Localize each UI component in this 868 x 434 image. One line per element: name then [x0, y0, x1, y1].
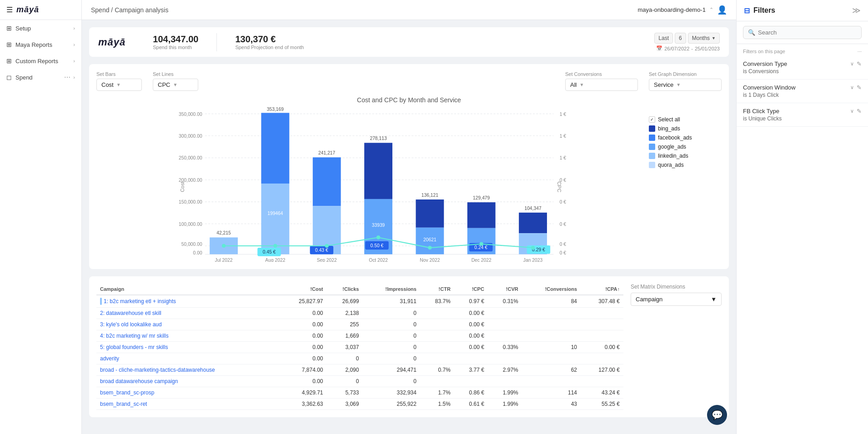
table-cell-2-0[interactable]: 3: kyle's old lookalike aud — [96, 319, 280, 330]
legend-check-all[interactable]: ✓ — [649, 116, 655, 123]
dimension-select[interactable]: Campaign ▼ — [631, 293, 722, 306]
table-cell-9-0[interactable]: bsem_brand_sc-ret — [96, 399, 280, 410]
table-cell-6-4: 0.7% — [420, 364, 454, 376]
col-cvr[interactable]: !CVR — [488, 284, 522, 295]
date-from: 26/07/2022 — [664, 46, 689, 51]
chat-bubble[interactable]: 💬 — [707, 405, 727, 425]
last-button[interactable]: Last — [654, 33, 673, 44]
legend-select-all[interactable]: ✓ Select all — [649, 116, 722, 123]
table-cell-0-4: 83.7% — [420, 295, 454, 308]
svg-text:0.00: 0.00 — [193, 250, 202, 255]
table-cell-1-0[interactable]: 2: datawarehouse etl skill — [96, 308, 280, 319]
table-cell-4-4 — [420, 342, 454, 353]
calendar-icon: 📅 — [656, 45, 662, 51]
svg-text:33939: 33939 — [372, 223, 385, 228]
legend-facebook-ads[interactable]: facebook_ads — [649, 135, 722, 141]
table-cell-7-0[interactable]: broad datawarehouse campaign — [96, 376, 280, 387]
col-conversions[interactable]: !Conversions — [522, 284, 581, 295]
sidebar-item-maya-reports[interactable]: ⊞ Maya Reports › — [0, 36, 81, 53]
set-lines-control: Set Lines CPC ▼ — [153, 71, 198, 91]
col-cpa[interactable]: !CPA↑ — [581, 284, 623, 295]
legend-linkedin-ads[interactable]: linkedin_ads — [649, 153, 722, 159]
table-cell-3-0[interactable]: 4: b2c marketing w/ mr skills — [96, 330, 280, 342]
account-name: maya-onboarding-demo-1 — [637, 6, 706, 13]
table-cell-1-5: 0.00 € — [454, 308, 488, 319]
cpc-dot-oct — [376, 235, 380, 239]
set-conversions-select[interactable]: All ▼ — [565, 79, 638, 91]
col-clicks[interactable]: !Clicks — [327, 284, 363, 295]
table-cell-7-7 — [522, 376, 581, 387]
set-conversions-label: Set Conversions — [565, 71, 638, 77]
content-area: māyā 104,347.00 Spend this month 130,370… — [82, 20, 736, 434]
table-cell-5-3: 0 — [362, 353, 420, 364]
cpc-dot-aug — [273, 244, 277, 248]
table-row: bsem_brand_sc-ret3,362.633,069255,9221.5… — [96, 399, 623, 410]
sidebar-item-custom-reports[interactable]: ⊞ Custom Reports › — [0, 53, 81, 69]
spend-more-icon[interactable]: ⋯ — [64, 74, 70, 81]
col-cpc[interactable]: !CPC — [454, 284, 488, 295]
date-range: Last 6 Months▼ 📅 26/07/2022 - 25/01/2023 — [654, 33, 720, 51]
months-button[interactable]: Months▼ — [688, 33, 720, 44]
conversion-type-edit-icon[interactable]: ✎ — [857, 60, 862, 67]
table-cell-2-1: 0.00 — [280, 319, 327, 330]
legend-bing-ads[interactable]: bing_ads — [649, 125, 722, 132]
svg-text:Oct 2022: Oct 2022 — [369, 258, 388, 262]
svg-text:0.50 €: 0.50 € — [371, 243, 384, 248]
legend-quora-ads[interactable]: quora_ads — [649, 162, 722, 168]
set-bars-select[interactable]: Cost ▼ — [96, 79, 142, 91]
custom-reports-icon: ⊞ — [6, 57, 12, 65]
conversion-window-edit-icon[interactable]: ✎ — [857, 84, 862, 91]
fb-click-type-edit-icon[interactable]: ✎ — [857, 108, 862, 115]
table-cell-6-0[interactable]: broad - cliche-marketing-tactics-datawar… — [96, 364, 280, 376]
table-cell-1-4 — [420, 308, 454, 319]
filters-more-icon[interactable]: ··· — [858, 49, 862, 54]
table-cell-0-8: 307.48 € — [581, 295, 623, 308]
col-cost[interactable]: !Cost — [280, 284, 327, 295]
filters-collapse-icon[interactable]: ≫ — [852, 5, 861, 15]
user-icon[interactable]: 👤 — [717, 5, 727, 15]
table-cell-0-0[interactable]: 1: b2c marketing etl + insights — [96, 295, 280, 308]
fb-click-type-chevron-icon[interactable]: ∨ — [850, 108, 854, 114]
filter-conversion-type: Conversion Type ∨ ✎ is Conversions — [737, 56, 868, 80]
svg-text:150,000.00: 150,000.00 — [179, 200, 202, 205]
table-row: broad - cliche-marketing-tactics-datawar… — [96, 364, 623, 376]
table-row: 2: datawarehouse etl skill0.002,13800.00… — [96, 308, 623, 319]
filter-conversion-type-header: Conversion Type ∨ ✎ — [743, 60, 862, 67]
set-lines-select[interactable]: CPC ▼ — [153, 79, 198, 91]
search-input[interactable] — [758, 29, 857, 36]
table-cell-7-1: 0.00 — [280, 376, 327, 387]
svg-text:Dec 2022: Dec 2022 — [472, 258, 492, 262]
table-cell-6-8: 127.00 € — [581, 364, 623, 376]
count-button[interactable]: 6 — [675, 33, 686, 44]
conversion-type-chevron-icon[interactable]: ∨ — [850, 61, 854, 67]
table-cell-5-0[interactable]: adverity — [96, 353, 280, 364]
table-cell-3-4 — [420, 330, 454, 342]
table-row: 3: kyle's old lookalike aud0.0025500.00 … — [96, 319, 623, 330]
hamburger-icon[interactable]: ☰ — [6, 5, 13, 14]
table-cell-4-0[interactable]: 5: global founders - mr skills — [96, 342, 280, 353]
set-graph-dimension-select[interactable]: Service ▼ — [649, 79, 722, 91]
account-chevron-icon[interactable]: ⌃ — [709, 7, 713, 13]
filters-panel: ⊟ Filters ≫ 🔍 Filters on this page ··· C… — [736, 0, 868, 434]
sidebar-item-spend[interactable]: ◻ Spend ⋯ › — [0, 69, 81, 85]
setup-icon: ⊞ — [6, 25, 12, 32]
col-ctr[interactable]: !CTR — [420, 284, 454, 295]
col-campaign[interactable]: Campaign — [96, 284, 280, 295]
set-graph-dimension-label: Set Graph Dimension — [649, 71, 722, 77]
table-cell-8-0[interactable]: bsem_brand_sc-prosp — [96, 387, 280, 399]
search-box[interactable]: 🔍 — [743, 26, 862, 39]
svg-text:50,000.00: 50,000.00 — [181, 242, 202, 247]
table-cell-4-2: 3,037 — [327, 342, 363, 353]
table-wrapper: Campaign !Cost !Clicks !Impressions !CTR… — [96, 284, 722, 410]
legend-google-ads[interactable]: google_ads — [649, 144, 722, 150]
table-cell-1-2: 2,138 — [327, 308, 363, 319]
conversion-window-chevron-icon[interactable]: ∨ — [850, 85, 854, 90]
sidebar-item-setup[interactable]: ⊞ Setup › — [0, 20, 81, 36]
set-conversions-control: Set Conversions All ▼ — [565, 71, 638, 91]
col-impressions[interactable]: !Impressions — [362, 284, 420, 295]
sidebar: ☰ māyā ⊞ Setup › ⊞ Maya Reports › ⊞ Cust… — [0, 0, 82, 434]
table-cell-4-6: 0.33% — [488, 342, 522, 353]
svg-text:Jan 2023: Jan 2023 — [523, 258, 543, 262]
table-cell-0-3: 31,911 — [362, 295, 420, 308]
maya-logo-main: māyā — [98, 36, 125, 48]
